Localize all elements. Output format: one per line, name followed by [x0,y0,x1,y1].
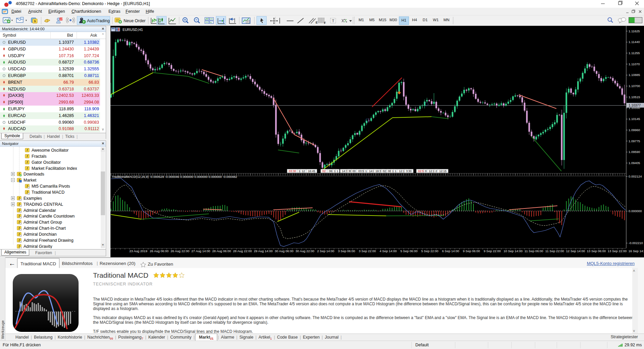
svg-text:11 Sep 22:00: 11 Sep 22:00 [545,249,564,253]
svg-text:1: 1 [337,169,338,173]
svg-text:4 Sep 14:00: 4 Sep 14:00 [379,249,397,253]
svg-text:1.11070: 1.11070 [629,62,640,66]
svg-text:1: 1 [299,169,301,173]
svg-text:12: 12 [302,169,305,173]
svg-text:F: F [324,21,326,25]
svg-text:12:15: 12:15 [439,169,447,173]
svg-text:1.10700: 1.10700 [629,84,640,88]
svg-text:1.10145: 1.10145 [629,117,640,121]
svg-text:30 Aug 06:00: 30 Aug 06:00 [275,249,293,253]
svg-text:-0.002210: -0.002210 [629,241,643,245]
svg-text:02:: 02: [322,169,326,173]
svg-text:1.11625: 1.11625 [629,29,640,33]
svg-text:27 Aug 14:00: 27 Aug 14:00 [191,249,210,253]
svg-text:1.11440: 1.11440 [629,40,640,44]
svg-text:2 Sep 14:00: 2 Sep 14:00 [317,249,334,253]
svg-text:EURUSD,H1: EURUSD,H1 [123,28,143,32]
svg-text:6 Sep 14:00: 6 Sep 14:00 [442,249,459,253]
svg-text:5 Sep 22:00: 5 Sep 22:00 [421,249,438,253]
svg-text:13 Sep 06:00: 13 Sep 06:00 [587,249,606,253]
svg-text:TraditionalMACD(12,26,9) -0.00: TraditionalMACD(12,26,9) -0.000528 -0.00… [112,175,237,179]
svg-text:1.10515: 1.10515 [629,95,640,99]
svg-text:16 Sep 14:00: 16 Sep 14:00 [629,249,644,253]
svg-text:9 Sep 06:00: 9 Sep 06:00 [463,249,480,253]
svg-text:5 Sep 06:00: 5 Sep 06:00 [400,249,417,253]
svg-text:16:45: 16:45 [308,169,315,173]
svg-text:26 Aug 06:00: 26 Aug 06:00 [150,249,169,253]
svg-text:0: 0 [425,169,427,173]
svg-text:28 Aug 22:00: 28 Aug 22:00 [233,249,252,253]
svg-text:1: 1 [365,169,367,173]
svg-text:03:30: 03:30 [289,169,296,173]
svg-text:06:: 06: [329,169,333,173]
svg-text:0.000000: 0.000000 [629,209,642,213]
svg-text:1.09405: 1.09405 [629,161,640,165]
svg-text:1.09960: 1.09960 [629,128,640,132]
svg-text:1.09775: 1.09775 [629,139,640,143]
svg-text:1: 1 [395,169,397,173]
svg-text:29 Aug 14:00: 29 Aug 14:00 [254,249,273,253]
svg-text:10 Sep 14:00: 10 Sep 14:00 [504,249,523,253]
svg-text:23 Aug 2019: 23 Aug 2019 [129,249,147,253]
svg-text:02:: 02: [383,169,387,173]
svg-text:13 Sep 22:00: 13 Sep 22:00 [608,249,627,253]
svg-text:2: 2 [435,169,437,173]
svg-text:9 Sep 22:00: 9 Sep 22:00 [484,249,501,253]
svg-text:00: 00 [353,169,356,173]
svg-text:1.11255: 1.11255 [629,51,640,55]
svg-text:T: T [332,19,334,23]
svg-text:0.002124: 0.002124 [629,174,642,178]
svg-text:12 Sep 14:00: 12 Sep 14:00 [566,249,585,253]
svg-text:3:30: 3:30 [406,169,412,173]
svg-text:1.09590: 1.09590 [629,150,640,154]
svg-text:$: $ [34,20,36,23]
svg-text:3 Sep 06:00: 3 Sep 06:00 [338,249,355,253]
svg-text:26 Aug 22:00: 26 Aug 22:00 [171,249,189,253]
svg-text:3 Sep 22:00: 3 Sep 22:00 [359,249,376,253]
svg-text:1.10885: 1.10885 [629,73,640,77]
svg-text:1.10377: 1.10377 [629,104,641,107]
svg-text:11 Sep 06:00: 11 Sep 06:00 [524,249,543,253]
svg-text:30 Aug 22:00: 30 Aug 22:00 [295,249,314,253]
svg-text:28 Aug 06:00: 28 Aug 06:00 [212,249,231,253]
